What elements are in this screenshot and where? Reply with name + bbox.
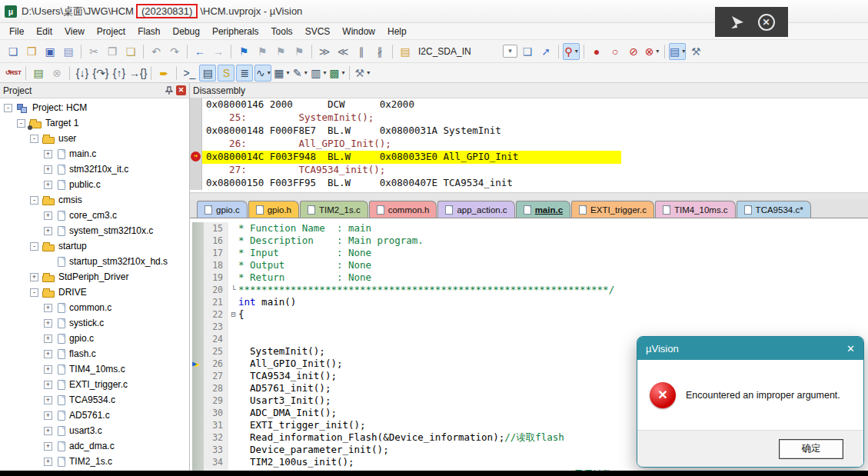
tree-expander[interactable]: + <box>44 319 52 328</box>
tree-file-tim4-10ms-c[interactable]: + TIM4_10ms.c <box>0 361 189 377</box>
save-icon[interactable]: ▣ <box>42 43 58 60</box>
editor-gutter[interactable] <box>192 370 204 382</box>
fold-marker[interactable] <box>228 382 238 394</box>
tree-expander[interactable]: + <box>30 273 38 281</box>
next-bookmark-icon[interactable]: ⚑ <box>272 43 289 60</box>
fold-marker[interactable] <box>228 235 238 247</box>
watch-window-icon[interactable]: ✎ <box>291 65 308 82</box>
separator[interactable] <box>25 66 26 80</box>
fold-marker[interactable] <box>228 247 238 259</box>
tree-expander[interactable]: - <box>17 119 25 128</box>
menu-flash[interactable]: Flash <box>131 25 166 38</box>
tree-file-startup-stm32f10x-hd-s[interactable]: startup_stm32f10x_hd.s <box>0 254 189 269</box>
editor-gutter[interactable] <box>192 271 204 284</box>
tree-expander[interactable]: - <box>30 196 38 205</box>
ok-button[interactable]: 确定 <box>779 439 843 459</box>
tree-expander[interactable]: + <box>44 304 52 312</box>
navigate-back-icon[interactable]: ← <box>191 43 208 60</box>
recorder-close-icon[interactable]: ✕ <box>758 14 775 31</box>
tree-file-flash-c[interactable]: + flash.c <box>0 346 189 361</box>
tree-expander[interactable]: - <box>30 288 38 297</box>
editor-gutter[interactable] <box>192 456 204 468</box>
peripherals-icon[interactable]: ▩ <box>328 65 345 82</box>
fold-marker[interactable] <box>228 431 238 444</box>
fold-marker[interactable] <box>228 394 238 407</box>
tab-common-h[interactable]: common.h <box>369 201 437 218</box>
tree-expander[interactable]: + <box>44 350 52 358</box>
tree-file-adc-dma-c[interactable]: + adc_dma.c <box>0 438 189 454</box>
cut-icon[interactable]: ✂ <box>85 43 102 60</box>
separator[interactable] <box>392 45 393 58</box>
disassembly-margin[interactable] <box>190 112 202 125</box>
separator[interactable] <box>69 66 70 80</box>
kill-breakpoints-icon[interactable]: ⊗ <box>644 43 660 60</box>
separator[interactable] <box>584 45 584 58</box>
tab-gpio-h[interactable]: gpio.h <box>248 201 299 218</box>
menu-view[interactable]: View <box>58 25 91 38</box>
tree-file-ad5761-c[interactable]: + AD5761.c <box>0 408 189 423</box>
analysis-window-icon[interactable]: ∿ <box>254 65 271 82</box>
tab-tca9534-c[interactable]: TCA9534.c* <box>737 201 811 218</box>
editor-gutter[interactable] <box>192 444 204 456</box>
comment-icon[interactable]: ∥ <box>353 43 370 60</box>
uncomment-icon[interactable]: ∦ <box>371 43 388 60</box>
tree-expander[interactable]: + <box>44 165 52 174</box>
editor-gutter[interactable] <box>192 296 204 308</box>
enable-breakpoint-icon[interactable]: ○ <box>607 43 624 60</box>
dialog-close-icon[interactable]: ✕ <box>846 343 855 355</box>
tree-file-systick-c[interactable]: + systick.c <box>0 315 189 331</box>
editor-gutter[interactable] <box>192 247 204 259</box>
tree-expander[interactable]: + <box>44 381 52 389</box>
tree-folder-stdperiph-driver[interactable]: + StdPeriph_Driver <box>0 269 189 285</box>
menu-window[interactable]: Window <box>336 25 381 38</box>
step-out-icon[interactable]: {↑} <box>111 65 128 82</box>
disassembly-window-icon[interactable]: ▤ <box>199 65 216 82</box>
fold-marker[interactable]: ⊟ <box>228 308 238 321</box>
tree-folder-user[interactable]: - user <box>0 131 189 146</box>
redo-icon[interactable]: ↷ <box>166 43 183 60</box>
stop-build-icon[interactable]: ⊗ <box>48 65 65 82</box>
paste-icon[interactable]: ❑ <box>122 43 139 60</box>
tree-file-usart3-c[interactable]: + usart3.c <box>0 423 189 438</box>
disassembly-margin[interactable] <box>190 98 202 112</box>
disassembly-margin[interactable] <box>190 177 202 190</box>
disassembly-margin[interactable] <box>190 151 202 164</box>
indent-icon[interactable]: ≫ <box>316 43 333 60</box>
books-window-icon[interactable]: ▤ <box>669 43 686 60</box>
current-statement-magnifier-icon[interactable]: ⚲ <box>563 43 580 60</box>
fold-marker[interactable] <box>228 333 238 345</box>
tree-target-1[interactable]: - Target 1 <box>0 115 189 131</box>
find-in-files-icon[interactable]: ❏ <box>519 43 536 60</box>
separator[interactable] <box>664 45 665 58</box>
menu-peripherals[interactable]: Peripherals <box>206 25 265 38</box>
tree-expander[interactable]: + <box>44 458 52 466</box>
tree-expander[interactable]: + <box>44 411 52 420</box>
reset-cpu-icon[interactable]: ↺RST <box>5 65 22 82</box>
tree-file-gpio-c[interactable]: + gpio.c <box>0 331 189 346</box>
fold-marker[interactable] <box>228 296 238 308</box>
separator[interactable] <box>349 66 350 80</box>
separator[interactable] <box>81 45 81 58</box>
fold-marker[interactable] <box>228 222 238 235</box>
separator[interactable] <box>231 45 231 58</box>
serial-window-icon[interactable]: ≣ <box>236 65 253 82</box>
command-window-icon[interactable]: >_ <box>181 65 198 82</box>
separator[interactable] <box>187 45 188 58</box>
editor-gutter[interactable] <box>192 345 204 358</box>
fold-marker[interactable] <box>228 407 238 419</box>
menu-tools[interactable]: Tools <box>265 25 299 38</box>
editor-gutter[interactable] <box>192 382 204 394</box>
tree-folder-drive[interactable]: - DRIVE <box>0 285 189 300</box>
menu-help[interactable]: Help <box>381 25 413 38</box>
tree-expander[interactable]: + <box>44 227 52 235</box>
separator[interactable] <box>176 66 177 80</box>
editor-gutter[interactable] <box>192 419 204 431</box>
outdent-icon[interactable]: ≪ <box>334 43 351 60</box>
separator[interactable] <box>311 45 312 58</box>
separator[interactable] <box>143 45 144 58</box>
copy-icon[interactable]: ❐ <box>104 43 121 60</box>
translate-file-icon[interactable]: ▤ <box>30 65 47 82</box>
editor-gutter[interactable] <box>192 284 204 296</box>
clear-bookmarks-icon[interactable]: ⚑ <box>291 43 308 60</box>
fold-marker[interactable] <box>228 444 238 456</box>
